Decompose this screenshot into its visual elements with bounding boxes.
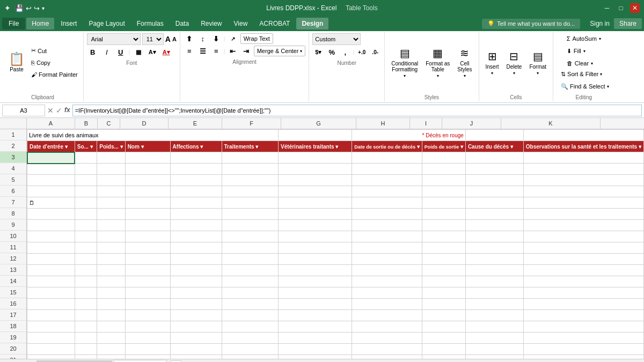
- menu-acrobat[interactable]: ACROBAT: [254, 18, 295, 29]
- sort-filter-button[interactable]: ⇅ Sort & Filter ▾: [559, 69, 611, 79]
- align-bottom-button[interactable]: ⬇: [210, 33, 222, 44]
- row-num-18[interactable]: 18: [0, 321, 26, 332]
- cancel-formula-icon[interactable]: ✕: [47, 106, 54, 115]
- cell-C3[interactable]: [97, 152, 125, 164]
- sign-in-link[interactable]: Sign in: [590, 20, 610, 27]
- currency-button[interactable]: $▾: [312, 47, 324, 57]
- title-cell[interactable]: Livre de suivi des animaux: [27, 130, 279, 141]
- wrap-direction-button[interactable]: ↗: [227, 33, 239, 44]
- header-poids[interactable]: Poids... ▾: [97, 141, 125, 152]
- align-right-button[interactable]: ≡: [210, 46, 222, 56]
- customize-icon[interactable]: ▾: [42, 5, 45, 11]
- row-num-21[interactable]: 21: [0, 354, 26, 359]
- menu-file[interactable]: File: [2, 18, 25, 29]
- align-top-button[interactable]: ⬆: [184, 33, 195, 44]
- paste-button[interactable]: 📋 Paste: [5, 45, 28, 80]
- format-dropdown-icon[interactable]: ▾: [537, 71, 539, 76]
- percent-button[interactable]: %: [326, 47, 338, 57]
- delete-button[interactable]: ⊟ Delete ▾: [503, 45, 525, 80]
- header-affections[interactable]: Affections ▾: [170, 141, 222, 152]
- cell-A17[interactable]: [27, 310, 75, 321]
- align-left-button[interactable]: ≡: [184, 46, 195, 56]
- cell-A12[interactable]: [27, 254, 75, 265]
- header-poids-sortie[interactable]: Poids de sortie ▾: [422, 141, 465, 152]
- cell-A8[interactable]: [27, 209, 75, 220]
- cell-A4[interactable]: [27, 164, 75, 175]
- underline-button[interactable]: U: [115, 47, 127, 57]
- header-nom[interactable]: Nom ▾: [125, 141, 170, 152]
- header-vets[interactable]: Vétérinaires traitants ▾: [279, 141, 352, 152]
- row-num-4[interactable]: 4: [0, 163, 26, 174]
- cell-styles-button[interactable]: ≋ CellStyles ▾: [454, 45, 475, 80]
- indent-left-button[interactable]: ⇤: [227, 46, 239, 56]
- add-sheet-button[interactable]: +: [170, 360, 182, 363]
- close-button[interactable]: ✕: [630, 3, 640, 13]
- conditional-formatting-button[interactable]: ▤ ConditionalFormatting ▾: [388, 45, 421, 80]
- cell-K1[interactable]: [523, 130, 643, 141]
- cell-A11[interactable]: [27, 242, 75, 254]
- cell-H3[interactable]: [352, 152, 422, 164]
- cell-G3[interactable]: [279, 152, 352, 164]
- header-so[interactable]: So... ▾: [75, 141, 97, 152]
- col-header-B[interactable]: B: [75, 118, 98, 129]
- italic-button[interactable]: I: [101, 47, 113, 57]
- sort-dropdown[interactable]: ▾: [600, 72, 602, 77]
- cell-A9[interactable]: [27, 220, 75, 231]
- clear-button[interactable]: 🗑 Clear ▾: [565, 58, 603, 69]
- col-header-E[interactable]: E: [169, 118, 222, 129]
- merge-center-button[interactable]: Merge & Center ▾: [254, 46, 306, 56]
- cell-D3[interactable]: [125, 152, 170, 164]
- cell-A6[interactable]: [27, 186, 75, 197]
- cell-A15[interactable]: [27, 287, 75, 299]
- cell-A16[interactable]: [27, 299, 75, 310]
- cell-J3[interactable]: [465, 152, 523, 164]
- align-middle-button[interactable]: ↕: [197, 33, 209, 44]
- col-header-H[interactable]: H: [356, 118, 410, 129]
- grid-area[interactable]: Livre de suivi des animaux * Décès en ro…: [27, 129, 644, 359]
- cell-J1[interactable]: [465, 130, 523, 141]
- row-num-8[interactable]: 8: [0, 208, 26, 219]
- menu-home[interactable]: Home: [26, 18, 54, 29]
- menu-insert[interactable]: Insert: [55, 18, 82, 29]
- fill-color-button[interactable]: A▾: [147, 47, 158, 57]
- header-date-sortie[interactable]: Date de sortie ou de décès ▾: [352, 141, 422, 152]
- font-color-button[interactable]: A▾: [160, 47, 172, 57]
- col-header-F[interactable]: F: [222, 118, 281, 129]
- indent-right-button[interactable]: ⇥: [240, 46, 252, 56]
- clear-dropdown[interactable]: ▾: [591, 61, 593, 66]
- col-header-K[interactable]: K: [501, 118, 601, 129]
- col-header-G[interactable]: G: [281, 118, 356, 129]
- cell-A10[interactable]: [27, 231, 75, 242]
- cell-K3[interactable]: [523, 152, 643, 164]
- fill-dropdown[interactable]: ▾: [583, 49, 586, 54]
- insert-dropdown-icon[interactable]: ▾: [491, 71, 493, 76]
- format-painter-button[interactable]: 🖌 Format Painter: [29, 69, 80, 80]
- row-num-1[interactable]: 1: [0, 129, 26, 141]
- cell-A19[interactable]: [27, 333, 75, 344]
- font-size-select[interactable]: 11: [142, 33, 164, 45]
- font-name-select[interactable]: Arial: [87, 33, 141, 45]
- row-num-12[interactable]: 12: [0, 253, 26, 264]
- col-header-C[interactable]: C: [98, 118, 120, 129]
- insert-function-icon[interactable]: fx: [64, 106, 70, 115]
- maximize-button[interactable]: □: [616, 3, 626, 13]
- menu-page-layout[interactable]: Page Layout: [83, 18, 130, 29]
- tell-me-box[interactable]: 💡 Tell me what you want to do...: [482, 19, 580, 29]
- bold-button[interactable]: B: [87, 47, 99, 57]
- col-header-I[interactable]: I: [410, 118, 442, 129]
- cell-A3[interactable]: [27, 152, 75, 164]
- increase-decimal-button[interactable]: +.0: [356, 47, 368, 57]
- format-button[interactable]: ▤ Format ▾: [526, 45, 550, 80]
- row-num-9[interactable]: 9: [0, 219, 26, 231]
- menu-design[interactable]: Design: [296, 18, 328, 29]
- decrease-font-button[interactable]: A: [172, 36, 177, 42]
- menu-formulas[interactable]: Formulas: [131, 18, 169, 29]
- row-num-14[interactable]: 14: [0, 276, 26, 287]
- header-observations[interactable]: Observations sur la santé et les traitem…: [523, 141, 643, 152]
- formula-input[interactable]: [72, 105, 642, 116]
- menu-data[interactable]: Data: [170, 18, 194, 29]
- minimize-button[interactable]: ─: [602, 3, 612, 13]
- wrap-text-button[interactable]: Wrap Text: [240, 33, 273, 44]
- autosum-button[interactable]: Σ AutoSum ▾: [565, 33, 603, 44]
- copy-button[interactable]: ⎘ Copy: [29, 57, 80, 68]
